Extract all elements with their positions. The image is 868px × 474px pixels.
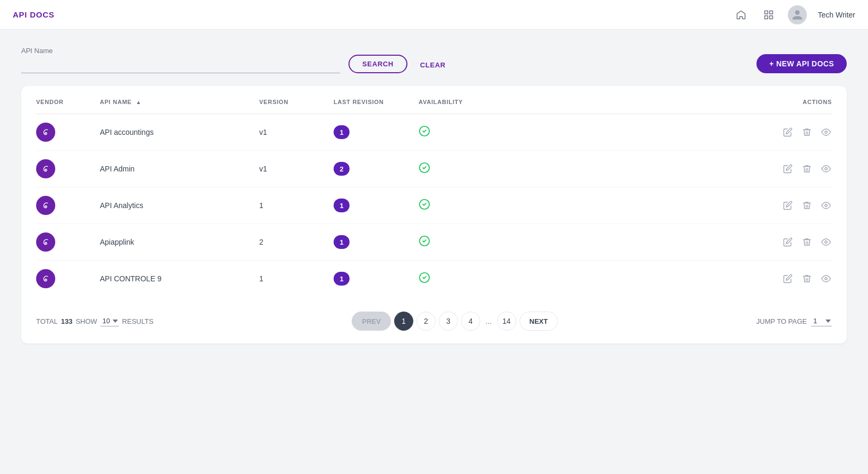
user-name: Tech Writer	[818, 11, 855, 19]
delete-button[interactable]	[801, 126, 813, 138]
vendor-cell	[36, 224, 100, 261]
page-2-button[interactable]: 2	[416, 312, 436, 331]
col-actions-header: ACTIONS	[504, 99, 832, 114]
vendor-logo	[36, 123, 55, 142]
action-icons	[504, 126, 832, 138]
page-1-button[interactable]: 1	[394, 312, 413, 331]
nav-icons: Tech Writer	[733, 5, 855, 24]
prev-button[interactable]: PREV	[352, 312, 390, 331]
app-title: API DOCS	[13, 10, 733, 19]
revision-badge: 1	[334, 272, 350, 286]
revision-cell: 1	[334, 224, 419, 261]
availability-cell	[419, 187, 504, 224]
col-revision-header: LAST REVISION	[334, 99, 419, 114]
table-body: API accountings v1 1	[36, 114, 832, 297]
next-button[interactable]: NEXT	[520, 312, 558, 331]
avatar-icon	[792, 9, 803, 21]
availability-icon	[419, 127, 430, 139]
availability-icon	[419, 201, 430, 212]
table-row: API Admin v1 2	[36, 151, 832, 187]
svg-point-15	[825, 241, 828, 244]
avatar	[788, 5, 807, 24]
revision-badge: 1	[334, 125, 350, 139]
trash-icon	[802, 274, 812, 283]
trash-icon	[802, 237, 812, 247]
version-cell: 1	[259, 187, 334, 224]
delete-button[interactable]	[801, 200, 813, 211]
search-button[interactable]: SEARCH	[348, 55, 407, 73]
delete-button[interactable]	[801, 236, 813, 248]
col-version-header: VERSION	[259, 99, 334, 114]
eye-icon	[821, 127, 831, 137]
delete-button[interactable]	[801, 273, 813, 285]
table-row: API accountings v1 1	[36, 114, 832, 151]
edit-button[interactable]	[782, 126, 794, 138]
edit-button[interactable]	[782, 200, 794, 211]
action-icons	[504, 163, 832, 175]
svg-point-9	[825, 168, 828, 170]
actions-cell	[504, 261, 832, 297]
revision-badge: 1	[334, 235, 350, 249]
check-circle-icon	[419, 125, 430, 137]
revision-badge: 2	[334, 162, 350, 176]
check-circle-icon	[419, 162, 430, 174]
edit-button[interactable]	[782, 273, 794, 285]
view-button[interactable]	[820, 200, 832, 211]
total-count: 133	[61, 317, 73, 325]
show-select[interactable]: 10 20 50	[100, 316, 119, 326]
view-button[interactable]	[820, 273, 832, 285]
edit-button[interactable]	[782, 236, 794, 248]
col-availability-header: AVAILABILITY	[419, 99, 504, 114]
grid-icon	[763, 10, 774, 20]
availability-icon	[419, 237, 430, 249]
search-input[interactable]	[21, 58, 340, 73]
version-cell: 2	[259, 224, 334, 261]
view-button[interactable]	[820, 126, 832, 138]
top-nav: API DOCS Tech Writer	[0, 0, 868, 30]
pagination-pages: PREV 1 2 3 4 ... 14 NEXT	[352, 312, 558, 331]
api-name-cell: API Admin	[100, 151, 259, 187]
clear-button[interactable]: CLEAR	[416, 57, 450, 73]
grid-button[interactable]	[760, 6, 777, 23]
page-last-button[interactable]: 14	[497, 312, 516, 331]
page-3-button[interactable]: 3	[439, 312, 458, 331]
api-name-cell: Apiapplink	[100, 224, 259, 261]
page-4-button[interactable]: 4	[461, 312, 480, 331]
edit-icon	[783, 237, 793, 247]
availability-cell	[419, 114, 504, 151]
view-button[interactable]	[820, 163, 832, 175]
jump-select[interactable]: 1 2 3 4 5 6 7 8 9 10 11 12 13 14	[811, 316, 832, 326]
col-vendor-header: VENDOR	[36, 99, 100, 114]
home-button[interactable]	[733, 6, 750, 23]
vendor-cell	[36, 151, 100, 187]
vendor-swirl-icon	[40, 163, 52, 175]
edit-icon	[783, 127, 793, 137]
action-icons	[504, 273, 832, 285]
revision-cell: 2	[334, 151, 419, 187]
revision-cell: 1	[334, 187, 419, 224]
new-api-docs-button[interactable]: + NEW API DOCS	[756, 54, 847, 73]
vendor-logo	[36, 232, 55, 252]
view-button[interactable]	[820, 236, 832, 248]
main-content: API Name SEARCH CLEAR + NEW API DOCS VEN…	[0, 30, 868, 360]
delete-button[interactable]	[801, 163, 813, 175]
home-icon	[736, 10, 746, 20]
actions-cell	[504, 151, 832, 187]
trash-icon	[802, 164, 812, 174]
version-cell: v1	[259, 114, 334, 151]
edit-icon	[783, 164, 793, 174]
pagination-bar: TOTAL 133 SHOW 10 20 50 RESULTS PREV 1 2…	[36, 312, 832, 331]
vendor-logo	[36, 269, 55, 288]
api-table: VENDOR API NAME ▲ VERSION LAST REVISION …	[36, 99, 832, 297]
availability-cell	[419, 151, 504, 187]
eye-icon	[821, 201, 831, 210]
edit-button[interactable]	[782, 163, 794, 175]
vendor-swirl-icon	[40, 236, 52, 248]
svg-rect-2	[765, 15, 768, 19]
action-icons	[504, 236, 832, 248]
total-label: TOTAL	[36, 317, 58, 325]
sort-arrow-icon: ▲	[136, 99, 142, 105]
col-name-header[interactable]: API NAME ▲	[100, 99, 259, 114]
version-cell: v1	[259, 151, 334, 187]
availability-icon	[419, 274, 430, 286]
